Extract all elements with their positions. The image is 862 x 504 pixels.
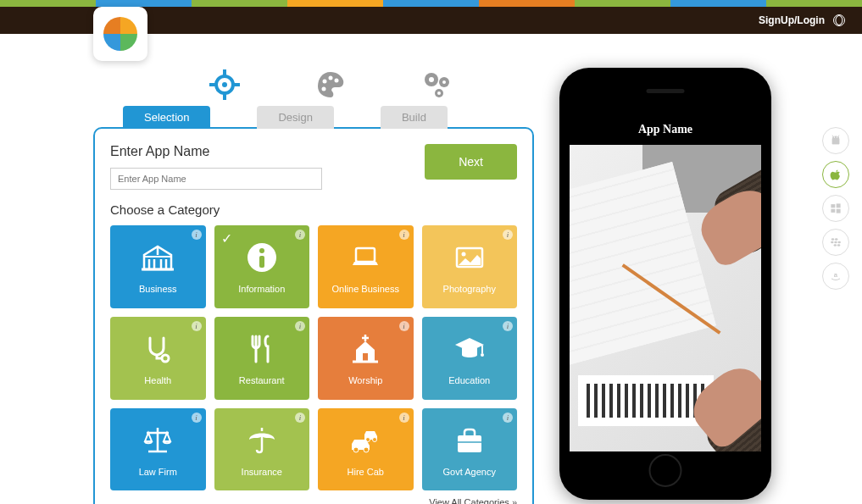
svg-point-40 <box>831 241 834 244</box>
app-name-input[interactable] <box>110 168 322 190</box>
platform-android-icon[interactable] <box>822 127 849 154</box>
globe-icon[interactable] <box>833 14 845 26</box>
category-label: Photography <box>443 284 496 294</box>
svg-text:a: a <box>834 271 838 279</box>
svg-rect-36 <box>831 209 835 213</box>
photo-icon <box>452 240 487 275</box>
svg-point-8 <box>335 79 339 83</box>
category-hire-cab[interactable]: iHire Cab <box>318 408 414 491</box>
svg-point-17 <box>259 248 264 253</box>
svg-point-11 <box>429 77 434 82</box>
svg-point-38 <box>831 238 835 241</box>
category-worship[interactable]: iWorship <box>318 317 414 400</box>
info-icon[interactable]: i <box>192 413 202 423</box>
svg-point-7 <box>329 76 333 80</box>
category-label: Govt Agency <box>443 467 496 477</box>
selection-panel: Enter App Name Next Choose a Category iB… <box>93 127 534 504</box>
info-icon[interactable]: i <box>503 230 513 240</box>
category-label: Information <box>238 284 285 294</box>
category-education[interactable]: iEducation <box>422 317 518 400</box>
stethoscope-icon <box>140 331 175 367</box>
svg-rect-37 <box>837 209 841 213</box>
category-label: Law Firm <box>139 467 177 477</box>
info-icon[interactable]: i <box>503 413 513 423</box>
category-label: Business <box>139 284 177 294</box>
laptop-icon <box>348 240 383 275</box>
auth-link[interactable]: SignUp/Login <box>759 14 825 26</box>
info-icon[interactable]: i <box>399 413 409 423</box>
svg-rect-34 <box>831 204 835 208</box>
svg-point-33 <box>837 136 837 137</box>
phone-app-title: App Name <box>570 114 761 145</box>
svg-rect-29 <box>458 435 481 452</box>
category-business[interactable]: iBusiness <box>110 225 206 308</box>
choose-category-label: Choose a Category <box>110 202 517 217</box>
svg-rect-18 <box>259 256 264 268</box>
category-photography[interactable]: iPhotography <box>422 225 518 308</box>
tab-selection[interactable]: Selection <box>123 106 210 129</box>
briefcase-icon <box>452 423 487 458</box>
svg-point-21 <box>461 252 465 256</box>
svg-point-13 <box>442 80 446 84</box>
category-information[interactable]: i✓Information <box>214 225 310 308</box>
platform-blackberry-icon[interactable] <box>822 229 849 256</box>
info-icon[interactable]: i <box>192 230 202 240</box>
phone-preview-image <box>570 145 761 451</box>
check-icon: ✓ <box>221 230 232 246</box>
logo[interactable] <box>93 7 147 61</box>
svg-point-41 <box>834 241 837 244</box>
svg-point-6 <box>323 80 327 84</box>
utensils-icon <box>244 331 280 367</box>
svg-rect-35 <box>837 203 841 208</box>
svg-point-28 <box>364 447 369 452</box>
target-icon <box>208 68 242 102</box>
view-all-categories-link[interactable]: View All Categories » <box>110 497 517 504</box>
category-insurance[interactable]: iInsurance <box>214 408 310 491</box>
category-label: Worship <box>348 375 382 385</box>
svg-point-15 <box>437 91 441 95</box>
gears-icon <box>420 68 453 102</box>
svg-point-44 <box>837 244 841 246</box>
category-label: Health <box>144 375 171 385</box>
building-icon <box>140 240 175 275</box>
category-restaurant[interactable]: iRestaurant <box>214 317 310 400</box>
svg-point-9 <box>322 87 326 91</box>
tab-design[interactable]: Design <box>257 106 333 129</box>
info-icon <box>244 240 280 275</box>
category-label: Online Business <box>332 284 400 294</box>
info-icon[interactable]: i <box>503 321 513 331</box>
category-label: Insurance <box>242 467 282 477</box>
category-law-firm[interactable]: iLaw Firm <box>110 408 206 491</box>
svg-point-42 <box>837 241 841 244</box>
svg-point-43 <box>834 244 837 246</box>
svg-point-32 <box>834 136 835 137</box>
svg-point-26 <box>373 437 377 441</box>
info-icon[interactable]: i <box>399 230 409 240</box>
umbrella-icon <box>244 423 280 458</box>
info-icon[interactable]: i <box>295 413 305 423</box>
app-name-label: Enter App Name <box>110 144 322 159</box>
svg-point-27 <box>353 447 359 452</box>
phone-preview: App Name <box>559 68 771 500</box>
next-button[interactable]: Next <box>425 144 517 180</box>
svg-rect-19 <box>356 248 375 262</box>
svg-point-24 <box>481 353 484 357</box>
svg-point-1 <box>222 82 227 87</box>
scales-icon <box>140 423 175 458</box>
platform-amazon-icon[interactable]: a <box>822 263 849 290</box>
category-label: Restaurant <box>239 375 285 385</box>
info-icon[interactable]: i <box>295 321 305 331</box>
info-icon[interactable]: i <box>192 321 202 331</box>
category-online-business[interactable]: iOnline Business <box>318 225 414 308</box>
category-label: Education <box>448 375 490 385</box>
platform-apple-icon[interactable] <box>822 161 849 188</box>
svg-rect-31 <box>832 138 839 144</box>
info-icon[interactable]: i <box>295 230 305 240</box>
category-health[interactable]: iHealth <box>110 317 206 400</box>
platform-windows-icon[interactable] <box>822 195 849 222</box>
info-icon[interactable]: i <box>399 321 409 331</box>
category-govt-agency[interactable]: iGovt Agency <box>422 408 518 491</box>
svg-point-22 <box>162 355 169 362</box>
church-icon <box>348 331 383 367</box>
tab-build[interactable]: Build <box>381 106 448 129</box>
